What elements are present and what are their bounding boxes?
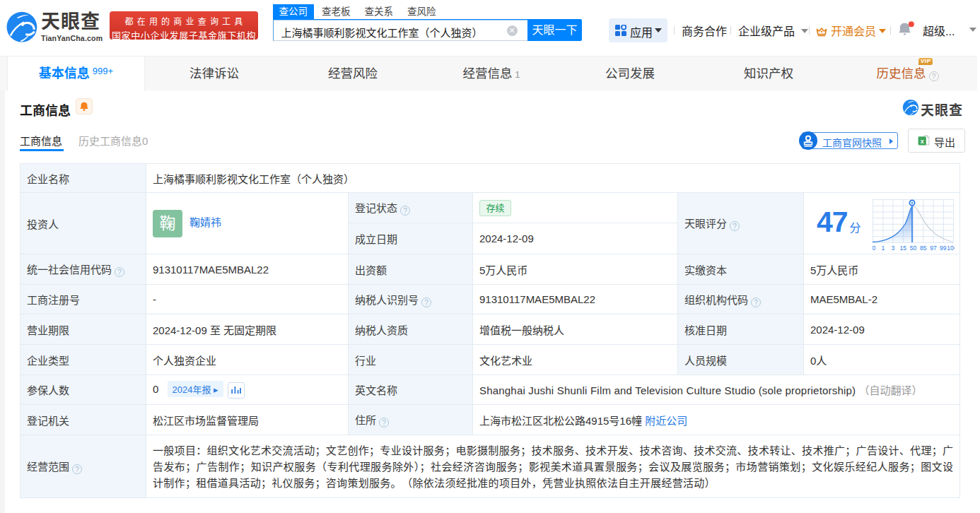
svg-text:97: 97 bbox=[930, 244, 937, 252]
svg-text:50: 50 bbox=[910, 244, 917, 252]
svg-text:85: 85 bbox=[920, 244, 927, 252]
svg-text:15: 15 bbox=[900, 244, 907, 252]
svg-text:x: x bbox=[921, 138, 924, 145]
svg-text:0: 0 bbox=[873, 244, 876, 252]
svg-text:100: 100 bbox=[947, 244, 955, 252]
svg-text:1: 1 bbox=[881, 244, 885, 252]
svg-text:3: 3 bbox=[892, 244, 895, 252]
svg-text:99: 99 bbox=[940, 244, 947, 252]
